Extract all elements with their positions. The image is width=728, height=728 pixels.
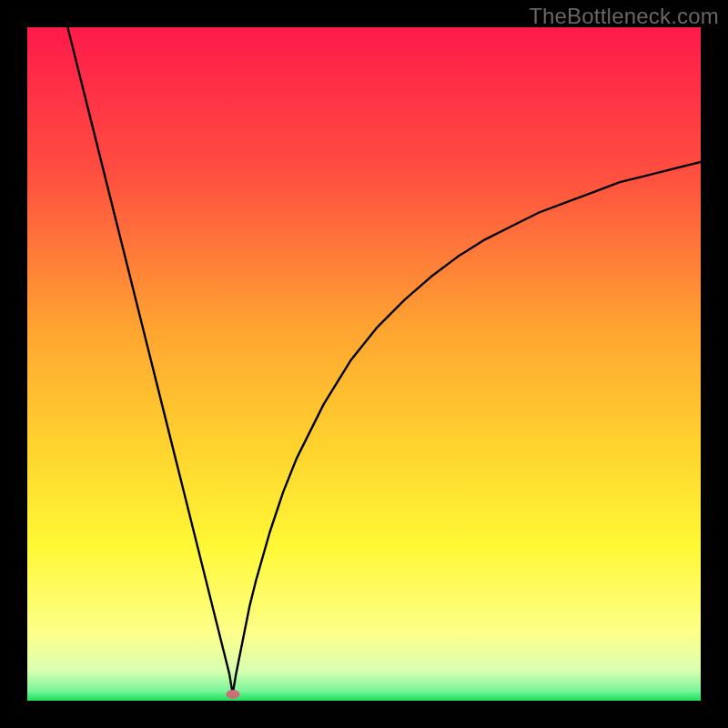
watermark-text: TheBottleneck.com	[529, 4, 719, 29]
curve-svg	[27, 27, 701, 701]
plot-area	[27, 27, 701, 701]
curve-path	[67, 27, 701, 694]
minimum-marker	[226, 690, 239, 699]
chart-frame: TheBottleneck.com	[0, 0, 728, 728]
